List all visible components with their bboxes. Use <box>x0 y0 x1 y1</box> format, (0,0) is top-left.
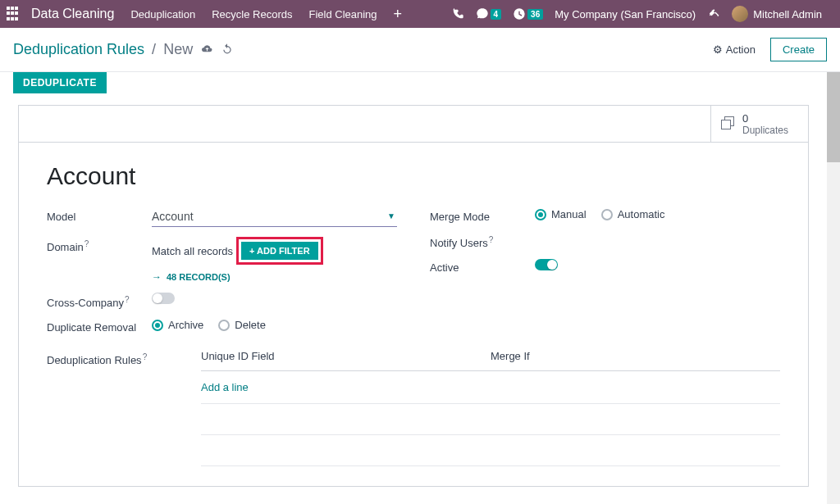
model-label: Model <box>47 208 152 223</box>
notify-users-label: Notify Users? <box>430 233 535 249</box>
breadcrumb-root[interactable]: Deduplication Rules <box>13 41 144 57</box>
record-title: Account <box>47 162 780 190</box>
menu-deduplication[interactable]: Deduplication <box>130 8 195 20</box>
company-selector[interactable]: My Company (San Francisco) <box>555 8 696 20</box>
help-icon[interactable]: ? <box>143 352 148 361</box>
cloud-save-icon[interactable] <box>201 43 213 57</box>
add-a-line-link[interactable]: Add a line <box>201 381 249 393</box>
gear-icon: ⚙ <box>713 43 723 56</box>
form-view: DEDUPLICATE 0 Duplicates Account Model <box>0 72 827 504</box>
removal-delete-radio[interactable]: Delete <box>218 319 266 331</box>
apps-launcher-icon[interactable] <box>7 7 21 21</box>
action-dropdown[interactable]: ⚙ Action <box>713 43 756 56</box>
merge-automatic-radio[interactable]: Automatic <box>601 208 665 220</box>
create-button[interactable]: Create <box>770 38 827 61</box>
active-toggle[interactable] <box>535 259 558 270</box>
deduplicate-button[interactable]: DEDUPLICATE <box>13 72 107 93</box>
cross-company-label: Cross-Company? <box>47 293 152 309</box>
messages-icon[interactable]: 4 <box>476 7 502 20</box>
cross-company-toggle[interactable] <box>152 293 175 304</box>
dropdown-caret-icon[interactable]: ▼ <box>387 211 395 220</box>
messages-badge: 4 <box>491 9 502 20</box>
breadcrumb: Deduplication Rules / New <box>13 41 193 58</box>
add-filter-highlight: + ADD FILTER <box>236 237 323 265</box>
voip-icon[interactable] <box>451 7 464 20</box>
form-sheet: 0 Duplicates Account Model ▼ <box>18 105 809 487</box>
add-menu-icon[interactable]: + <box>394 6 403 23</box>
col-merge-if: Merge If <box>491 350 780 362</box>
domain-match-text: Match all records <box>152 245 233 257</box>
table-row <box>201 404 780 435</box>
activities-icon[interactable]: 36 <box>513 7 543 20</box>
discard-icon[interactable] <box>221 43 233 57</box>
records-count-link[interactable]: → 48 RECORD(S) <box>152 271 397 283</box>
vertical-scrollbar[interactable] <box>827 72 840 504</box>
merge-manual-radio[interactable]: Manual <box>535 208 587 220</box>
duplicates-count: 0 <box>742 112 788 125</box>
menu-field-cleaning[interactable]: Field Cleaning <box>308 8 377 20</box>
user-menu[interactable]: Mitchell Admin <box>732 6 822 22</box>
active-label: Active <box>430 259 535 274</box>
help-icon[interactable]: ? <box>489 235 494 244</box>
duplicates-stat-button[interactable]: 0 Duplicates <box>710 106 808 142</box>
control-panel: Deduplication Rules / New ⚙ Action Creat… <box>0 28 840 72</box>
removal-archive-radio[interactable]: Archive <box>152 319 203 331</box>
duplicate-removal-label: Duplicate Removal <box>47 319 152 334</box>
add-filter-button[interactable]: + ADD FILTER <box>241 242 318 260</box>
activities-badge: 36 <box>527 9 543 20</box>
arrow-right-icon: → <box>152 271 162 283</box>
duplicates-icon <box>721 116 736 131</box>
model-input[interactable] <box>152 208 397 227</box>
table-row <box>201 435 780 466</box>
help-icon[interactable]: ? <box>84 239 89 248</box>
debug-icon[interactable] <box>707 7 720 20</box>
merge-mode-label: Merge Mode <box>430 208 535 223</box>
dedup-rules-label: Deduplication Rules? <box>47 350 201 466</box>
breadcrumb-current: New <box>163 41 193 57</box>
duplicates-label: Duplicates <box>742 125 788 136</box>
scrollbar-thumb[interactable] <box>827 72 840 162</box>
top-navbar: Data Cleaning Deduplication Recycle Reco… <box>0 0 840 28</box>
user-name: Mitchell Admin <box>753 8 822 20</box>
app-name[interactable]: Data Cleaning <box>31 7 114 21</box>
help-icon[interactable]: ? <box>125 295 130 304</box>
menu-recycle-records[interactable]: Recycle Records <box>212 8 292 20</box>
domain-label: Domain? <box>47 237 152 253</box>
user-avatar <box>732 6 748 22</box>
col-unique-id-field: Unique ID Field <box>201 350 491 362</box>
